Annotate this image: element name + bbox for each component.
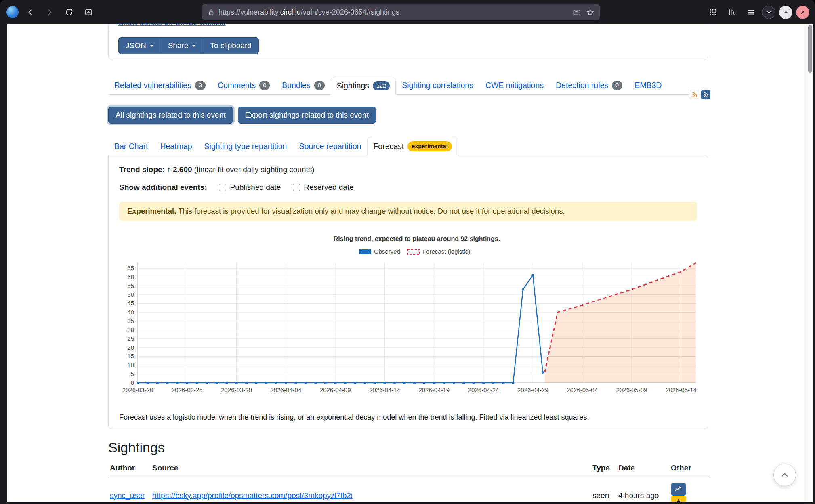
tab-label: Source repartition xyxy=(299,142,361,151)
sightings-table-head-row: AuthorSourceTypeDateOther xyxy=(108,460,708,477)
panel-expand-button[interactable] xyxy=(779,6,792,19)
svg-text:15: 15 xyxy=(127,353,134,359)
tab-label: EMB3D xyxy=(634,81,662,90)
all-sightings-button[interactable]: All sightings related to this event xyxy=(108,107,233,124)
extensions-button[interactable] xyxy=(705,4,720,20)
checkbox-input[interactable] xyxy=(293,184,300,191)
tab-detection-rules[interactable]: Detection rules0 xyxy=(550,76,628,94)
sighting-row: sync_userhttps://bsky.app/profile/opsmat… xyxy=(108,477,708,502)
tab-badge: 3 xyxy=(195,81,206,90)
svg-text:Rising trend, expected to plat: Rising trend, expected to plateau around… xyxy=(334,235,500,242)
menu-button[interactable] xyxy=(743,4,758,20)
additional-events-row: Show additional events: Published dateRe… xyxy=(119,183,697,192)
tab-comments[interactable]: Comments0 xyxy=(212,76,276,94)
browser-window: https://vulnerability.circl.lu/vuln/cve-… xyxy=(0,0,815,504)
chart-action-button[interactable] xyxy=(671,483,686,496)
tab-related-vulnerabilities[interactable]: Related vulnerabilities3 xyxy=(108,76,212,94)
svg-text:55: 55 xyxy=(127,282,134,289)
download-action-button[interactable] xyxy=(671,496,686,502)
forecast-panel: Trend slope: ↑ 2.600 (linear fit over da… xyxy=(108,155,708,429)
sighting-other-actions xyxy=(669,477,708,502)
rss-feed-button[interactable] xyxy=(690,90,699,99)
checkbox-reserved-date[interactable]: Reserved date xyxy=(293,183,354,192)
caret-down-icon xyxy=(192,45,196,49)
bookmark-star-icon[interactable] xyxy=(586,8,594,16)
chevron-up-icon xyxy=(782,8,790,16)
tab-badge: 122 xyxy=(373,81,390,90)
sparkline-icon xyxy=(675,486,682,492)
column-header-date: Date xyxy=(617,460,669,477)
tab-label: Sightings xyxy=(337,81,369,90)
json-dropdown-button[interactable]: JSON xyxy=(118,37,161,54)
checkbox-label: Published date xyxy=(230,183,281,192)
scrollbar-thumb[interactable] xyxy=(808,25,812,73)
tab-label: Forecast xyxy=(373,142,404,151)
main-tabs: Related vulnerabilities3Comments0Bundles… xyxy=(108,76,708,95)
forward-button[interactable] xyxy=(42,4,57,20)
source-link[interactable]: https://bsky.app/profile/opsmatters.com/… xyxy=(152,491,353,500)
additional-events-checkboxes: Published dateReserved date xyxy=(219,183,353,192)
reload-icon xyxy=(65,8,73,16)
to-clipboard-button[interactable]: To clipboard xyxy=(203,37,258,54)
svg-text:40: 40 xyxy=(127,309,134,315)
tab-sighting-correlations[interactable]: Sighting correlations xyxy=(396,76,479,94)
chart-tab-heatmap[interactable]: Heatmap xyxy=(154,137,198,155)
close-button[interactable] xyxy=(796,6,809,19)
chart-tab-sighting-type-repartition[interactable]: Sighting type repartition xyxy=(198,137,293,155)
tab-label: Heatmap xyxy=(160,142,192,151)
svg-text:2026-04-14: 2026-04-14 xyxy=(369,386,400,393)
library-button[interactable] xyxy=(724,4,739,20)
additional-events-label: Show additional events: xyxy=(119,183,207,192)
svg-text:2026-03-25: 2026-03-25 xyxy=(172,386,203,393)
panel-collapse-button[interactable] xyxy=(762,6,775,19)
tab-label: Bar Chart xyxy=(114,142,148,151)
download-icon xyxy=(675,498,682,502)
tab-badge: 0 xyxy=(612,81,622,90)
reload-button[interactable] xyxy=(61,4,77,20)
back-icon xyxy=(26,8,34,16)
library-icon xyxy=(728,8,736,16)
svg-text:2026-03-20: 2026-03-20 xyxy=(122,386,153,393)
share-dropdown-button[interactable]: Share xyxy=(161,37,203,54)
feed-icons xyxy=(690,90,710,99)
author-link[interactable]: sync_user xyxy=(110,491,145,500)
svg-text:2026-04-24: 2026-04-24 xyxy=(468,386,499,393)
scroll-to-top-button[interactable] xyxy=(773,464,796,486)
save-page-button[interactable] xyxy=(81,4,96,20)
close-icon xyxy=(800,9,806,15)
column-header-author: Author xyxy=(108,460,151,477)
url-bar[interactable]: https://vulnerability.circl.lu/vuln/cve-… xyxy=(202,4,600,20)
checkbox-input[interactable] xyxy=(219,184,226,191)
json-button-label: JSON xyxy=(126,41,146,50)
chart-tab-source-repartition[interactable]: Source repartition xyxy=(293,137,367,155)
show-details-link[interactable]: Show details on CIRCL website xyxy=(118,24,225,27)
atom-feed-button[interactable] xyxy=(701,90,710,99)
page-content: Show details on CIRCL website JSON Share… xyxy=(108,24,708,502)
chevron-down-icon xyxy=(765,8,773,16)
export-sightings-button[interactable]: Export sightings related to this event xyxy=(238,107,376,124)
svg-text:60: 60 xyxy=(127,273,134,280)
checkbox-published-date[interactable]: Published date xyxy=(219,183,281,192)
reader-view-icon[interactable] xyxy=(573,8,581,16)
page-viewport: Show details on CIRCL website JSON Share… xyxy=(7,24,813,502)
back-button[interactable] xyxy=(23,4,38,20)
chevron-up-icon xyxy=(779,469,790,481)
svg-text:50: 50 xyxy=(127,291,134,298)
tab-emb3d[interactable]: EMB3D xyxy=(628,76,668,94)
sightings-heading: Sightings xyxy=(108,440,708,456)
chart-tab-bar-chart[interactable]: Bar Chart xyxy=(108,137,154,155)
extensions-icon xyxy=(709,8,716,16)
alert-text: This forecast is provided for visualizat… xyxy=(178,207,565,215)
tab-cwe-mitigations[interactable]: CWE mitigations xyxy=(479,76,550,94)
tab-sightings[interactable]: Sightings122 xyxy=(331,77,396,95)
tab-label: CWE mitigations xyxy=(485,81,544,90)
chart-tabs: Bar ChartHeatmapSighting type repartitio… xyxy=(108,137,708,155)
svg-text:0: 0 xyxy=(131,379,134,386)
column-header-type: Type xyxy=(591,460,617,477)
tab-bundles[interactable]: Bundles0 xyxy=(276,76,331,94)
svg-text:Forecast (logistic): Forecast (logistic) xyxy=(422,248,470,255)
chart-tab-forecast[interactable]: Forecastexperimental xyxy=(367,137,458,156)
page-scrollbar[interactable] xyxy=(807,24,813,502)
alert-bold-text: Experimental. xyxy=(127,207,176,215)
app-logo-icon[interactable] xyxy=(6,6,19,18)
